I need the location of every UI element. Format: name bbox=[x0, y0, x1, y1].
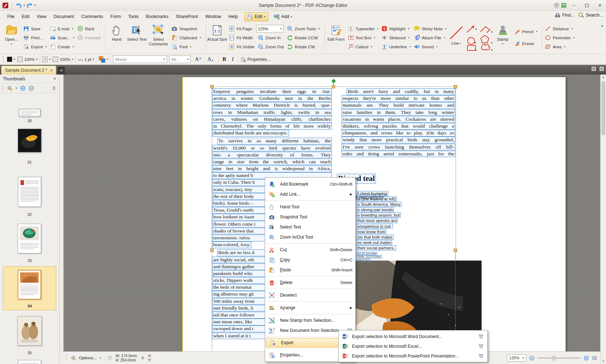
fit-visible-button[interactable]: Fit Visible bbox=[227, 42, 256, 51]
close-button[interactable]: ✕ bbox=[594, 1, 606, 10]
sidebar-credit-line[interactable]: ED AT SYLVAN bbox=[356, 252, 377, 255]
find-tool-button[interactable]: Find bbox=[170, 42, 202, 51]
scroll-up-icon[interactable]: ▲ bbox=[601, 76, 606, 79]
sound-button[interactable]: Sound bbox=[412, 42, 448, 51]
sidebar-caption-line[interactable]: n strong pair bonds bbox=[356, 207, 394, 212]
undo-icon[interactable] bbox=[16, 2, 22, 9]
print-button[interactable]: Print... bbox=[22, 33, 48, 42]
zoom-slider[interactable] bbox=[537, 358, 581, 359]
thumbnails-zoom-in-icon[interactable] bbox=[20, 85, 26, 91]
menu-window[interactable]: Window bbox=[202, 12, 225, 21]
create-button[interactable]: Create bbox=[48, 42, 76, 51]
tab-list-icon[interactable] bbox=[591, 66, 597, 72]
customize-icon[interactable] bbox=[553, 2, 560, 9]
sidebar-caption-line[interactable]: onogamous is out- bbox=[356, 224, 393, 229]
back-button[interactable]: Back bbox=[76, 24, 102, 33]
selected-text-line[interactable]: To survive in so many different habitats… bbox=[217, 138, 332, 145]
shrink-font-button[interactable]: A▼ bbox=[206, 56, 216, 62]
thumbnail-page-number[interactable]: 31 bbox=[0, 160, 59, 164]
sidebar-caption-line[interactable]: now know from bbox=[356, 229, 386, 234]
zoom-level-combo[interactable]: 125%▾ bbox=[256, 25, 284, 32]
selected-text-line[interactable]: distributed than birds are microscopic. bbox=[212, 130, 289, 137]
sidebar-caption-line[interactable]: their social partners. bbox=[356, 245, 396, 250]
selected-text-line[interactable]: nine feet in height and is widespread in… bbox=[212, 165, 332, 172]
fill-color-picker[interactable]: ▾ bbox=[7, 57, 15, 62]
menu-form[interactable]: Form bbox=[107, 12, 124, 21]
strikeout-button[interactable]: TStrikeout bbox=[380, 33, 412, 42]
highlight-button[interactable]: THighlight bbox=[380, 24, 412, 33]
selected-text-line[interactable]: into a spectacular diversity of forms. T… bbox=[212, 152, 332, 159]
distance-button[interactable]: Distance bbox=[543, 24, 576, 33]
typewriter-button[interactable]: TTypewriter bbox=[346, 24, 380, 33]
options-button[interactable]: Options... bbox=[79, 356, 97, 360]
stroke-color-picker[interactable]: ✕▾ bbox=[42, 57, 50, 62]
eraser-button[interactable]: Eraser bbox=[513, 39, 539, 48]
redo-icon[interactable] bbox=[26, 2, 33, 9]
selected-text-line[interactable]: Emperor penguins incubate their eggs in … bbox=[212, 88, 332, 95]
search-button[interactable]: Search... bbox=[578, 12, 603, 18]
zoom-out-button[interactable]: Zoom Out bbox=[256, 42, 285, 51]
selected-text-line[interactable]: range in size from the ostrich, which ca… bbox=[212, 159, 332, 165]
attach-file-button[interactable]: Attach File bbox=[412, 33, 448, 42]
open-button[interactable]: Open... bbox=[1, 23, 22, 52]
hand-tool-button[interactable]: Hand bbox=[106, 23, 127, 52]
menu-help[interactable]: Help bbox=[225, 12, 241, 21]
sidebar-credit-line[interactable]: AROLINA bbox=[356, 259, 370, 262]
menu-item-copy[interactable]: CopyCtrl+C bbox=[265, 255, 355, 265]
perimeter-button[interactable]: Perimeter bbox=[543, 33, 576, 42]
pencil-button[interactable]: Pencil bbox=[513, 27, 539, 36]
edit-form-button[interactable]: Edit Form bbox=[326, 23, 346, 52]
menu-comments[interactable]: Comments bbox=[78, 12, 107, 21]
submenu-item-export-selection-to-microsoft-excel[interactable]: XExport selection to Microsoft Excel... bbox=[339, 341, 487, 351]
selected-text-line[interactable]: in Chernobyl. The only forms of life mor… bbox=[212, 123, 332, 130]
thumbnails-options-gear-icon[interactable] bbox=[7, 85, 13, 91]
launch-apps-icon[interactable] bbox=[561, 2, 567, 9]
select-text-button[interactable]: TSelect Text bbox=[127, 23, 147, 52]
thumbnail-page-number[interactable]: 33 bbox=[0, 258, 59, 263]
stroke-width-combo[interactable]: —1 pt▾ bbox=[78, 57, 94, 62]
thumbnail-page-35[interactable] bbox=[17, 316, 42, 346]
menu-item-deselect[interactable]: Deselect bbox=[265, 290, 355, 300]
selection-handle-top-left[interactable] bbox=[210, 85, 214, 88]
snapshot-button[interactable]: Snapshot bbox=[170, 24, 202, 33]
scroll-down-icon[interactable]: ▼ bbox=[601, 360, 606, 363]
italic-button[interactable]: I bbox=[230, 56, 236, 62]
menu-view[interactable]: View bbox=[33, 12, 50, 21]
selected-text-line[interactable]: raise families in them. They take long w… bbox=[342, 109, 455, 116]
selected-text-line[interactable]: Birds aren't furry and cuddly, but in ma… bbox=[347, 88, 455, 95]
thumbnails-zoom-out-icon[interactable] bbox=[28, 85, 34, 91]
font-family-combo[interactable]: Mixed▾ bbox=[113, 56, 167, 63]
fill-opacity-combo[interactable]: 100%▾ bbox=[17, 57, 38, 62]
selected-text-line[interactable]: respects they're more similar to us than… bbox=[342, 95, 455, 102]
grow-font-button[interactable]: A▲ bbox=[193, 56, 203, 62]
forward-button[interactable]: Forward bbox=[76, 33, 102, 42]
thumbnail-page-number[interactable]: 34 bbox=[0, 304, 59, 308]
font-size-combo[interactable]: Mi...▾ bbox=[169, 56, 191, 63]
thumbnail-page-32[interactable] bbox=[18, 177, 41, 207]
menu-item-add-bookmark[interactable]: Add BookmarkCtrl+Shift+B bbox=[265, 179, 355, 189]
selected-text-line[interactable]: thinkers, solving puzzles that would cha… bbox=[342, 123, 455, 130]
submenu-item-export-selection-to-microsoft-powerpoint-presentation[interactable]: PExport selection to Microsoft PowerPoin… bbox=[339, 351, 487, 361]
callout-button[interactable]: TCallout bbox=[346, 42, 380, 51]
vertical-scrollbar[interactable]: ▲ ▼ bbox=[600, 75, 606, 364]
status-zoom-combo[interactable]: 125%▾ bbox=[507, 354, 526, 361]
new-tab-button[interactable]: + bbox=[58, 67, 65, 74]
selected-text-line[interactable]: cemetery where Marlene Dietrich is burie… bbox=[212, 102, 332, 109]
menu-item-snapshot-tool[interactable]: Snapshot Tool bbox=[265, 212, 355, 222]
status-zoom-in-icon[interactable] bbox=[584, 355, 589, 361]
email-button[interactable]: E-mail bbox=[48, 24, 76, 33]
sticky-note-button[interactable]: Sticky Note bbox=[412, 24, 448, 33]
edit-mode-toggle[interactable]: Edit▾ bbox=[244, 12, 268, 21]
thumbnail-page-number[interactable]: 30 bbox=[0, 119, 59, 123]
thumbnail-page-33[interactable] bbox=[18, 224, 41, 253]
thumbnails-close-icon[interactable]: ✕ bbox=[53, 77, 56, 81]
scrollbar-thumb[interactable] bbox=[601, 81, 605, 135]
thumbnail-page-30[interactable] bbox=[19, 109, 40, 117]
selected-text-line[interactable]: windy that more practical birds stay gro… bbox=[342, 137, 455, 143]
selected-text-line[interactable]: world's 10,000 or so bird species have e… bbox=[212, 145, 332, 152]
find-button[interactable]: Find... bbox=[554, 12, 574, 18]
shape-tools-icons[interactable] bbox=[465, 25, 493, 51]
redo-dropdown[interactable]: ▾ bbox=[34, 4, 36, 7]
thumbnail-page-31[interactable] bbox=[18, 129, 41, 152]
close-document-icon[interactable] bbox=[599, 66, 605, 72]
